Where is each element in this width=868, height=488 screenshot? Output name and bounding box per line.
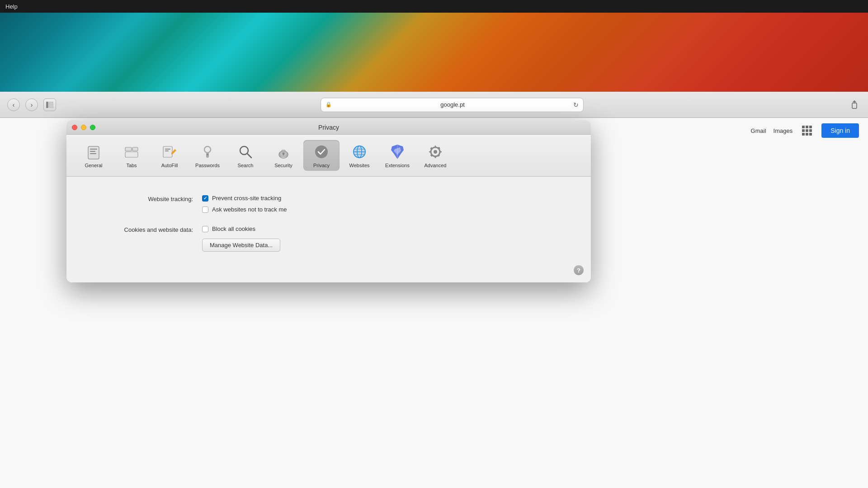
toolbar-extensions[interactable]: Extensions — [379, 140, 415, 171]
svg-rect-7 — [125, 147, 132, 151]
svg-rect-6 — [90, 153, 96, 154]
general-icon — [85, 143, 103, 161]
websites-label: Websites — [349, 163, 369, 168]
block-cookies-label: Block all cookies — [212, 225, 255, 232]
autofill-label: AutoFill — [161, 163, 178, 168]
general-label: General — [85, 163, 102, 168]
toolbar-search[interactable]: Search — [227, 140, 264, 171]
ask-not-track-checkbox[interactable] — [202, 206, 208, 213]
security-icon — [274, 143, 292, 161]
svg-point-32 — [434, 150, 437, 154]
svg-rect-0 — [46, 102, 48, 108]
svg-rect-35 — [429, 151, 431, 153]
browser-toolbar: ‹ › 🔒 google.pt ↻ — [0, 92, 868, 118]
address-bar[interactable]: 🔒 google.pt ↻ — [321, 98, 584, 112]
dialog-content: Website tracking: Prevent cross-site tra… — [66, 177, 591, 282]
manage-website-data-button[interactable]: Manage Website Data... — [202, 239, 280, 252]
search-label: Search — [238, 163, 254, 168]
privacy-dialog: Privacy General — [66, 120, 591, 282]
toolbar-websites[interactable]: Websites — [341, 140, 377, 171]
website-tracking-row: Website tracking: Prevent cross-site tra… — [94, 195, 564, 213]
desktop-wallpaper — [0, 13, 868, 92]
svg-rect-9 — [125, 152, 138, 157]
page-content: Gmail Images Sign in Google Priv — [0, 118, 868, 488]
svg-rect-4 — [90, 149, 97, 150]
svg-rect-34 — [435, 156, 436, 158]
tabs-label: Tabs — [126, 163, 137, 168]
forward-button[interactable]: › — [25, 99, 38, 111]
tabs-icon — [123, 143, 141, 161]
websites-icon — [350, 143, 368, 161]
block-cookies-option[interactable]: Block all cookies — [202, 225, 280, 232]
help-button[interactable]: ? — [574, 265, 584, 275]
svg-rect-11 — [165, 149, 170, 150]
extensions-label: Extensions — [385, 163, 410, 168]
svg-rect-1 — [49, 102, 53, 108]
dialog-overlay: Privacy General — [0, 118, 868, 488]
prevent-cross-site-checkbox[interactable] — [202, 195, 208, 202]
close-button[interactable] — [72, 125, 77, 130]
svg-rect-22 — [283, 154, 284, 155]
toolbar-autofill[interactable]: AutoFill — [151, 140, 188, 171]
reload-button[interactable]: ↻ — [573, 101, 579, 108]
minimize-button[interactable] — [81, 125, 86, 130]
ask-not-track-option[interactable]: Ask websites not to track me — [202, 206, 287, 213]
cookies-row: Cookies and website data: Block all cook… — [94, 225, 564, 252]
share-button[interactable] — [848, 99, 861, 111]
cookies-label: Cookies and website data: — [94, 225, 193, 233]
privacy-icon — [312, 143, 330, 161]
svg-rect-5 — [90, 151, 95, 152]
advanced-icon — [426, 143, 444, 161]
toolbar-tabs[interactable]: Tabs — [113, 140, 150, 171]
menu-help[interactable]: Help — [5, 3, 18, 10]
svg-rect-2 — [852, 103, 857, 108]
extensions-icon — [388, 143, 406, 161]
toolbar-passwords[interactable]: Passwords — [189, 140, 226, 171]
advanced-label: Advanced — [425, 163, 447, 168]
cookies-options: Block all cookies Manage Website Data... — [202, 225, 280, 252]
toolbar-privacy[interactable]: Privacy — [303, 140, 340, 171]
svg-rect-33 — [435, 145, 436, 148]
tracking-options: Prevent cross-site tracking Ask websites… — [202, 195, 287, 213]
toolbar-advanced[interactable]: Advanced — [417, 140, 453, 171]
autofill-icon — [160, 143, 179, 161]
dialog-title: Privacy — [318, 124, 339, 131]
url-text: google.pt — [335, 101, 571, 108]
sidebar-button[interactable] — [43, 99, 56, 111]
ask-not-track-label: Ask websites not to track me — [212, 206, 287, 213]
window-controls — [72, 125, 95, 130]
svg-rect-36 — [439, 151, 442, 153]
menu-bar: Help — [0, 0, 868, 13]
lock-icon: 🔒 — [326, 102, 332, 108]
privacy-label: Privacy — [313, 163, 330, 168]
search-icon — [236, 143, 255, 161]
svg-point-23 — [315, 145, 328, 158]
prevent-cross-site-option[interactable]: Prevent cross-site tracking — [202, 195, 287, 202]
passwords-label: Passwords — [195, 163, 220, 168]
svg-line-17 — [247, 154, 251, 158]
prevent-cross-site-label: Prevent cross-site tracking — [212, 195, 281, 202]
passwords-icon — [198, 143, 217, 161]
svg-rect-8 — [132, 147, 138, 151]
svg-rect-10 — [163, 146, 172, 157]
back-button[interactable]: ‹ — [7, 99, 20, 111]
security-label: Security — [274, 163, 292, 168]
toolbar-security[interactable]: Security — [265, 140, 302, 171]
svg-rect-12 — [165, 150, 169, 151]
maximize-button[interactable] — [90, 125, 95, 130]
svg-rect-3 — [88, 146, 99, 159]
website-tracking-label: Website tracking: — [94, 195, 193, 202]
svg-point-15 — [207, 154, 208, 155]
svg-point-13 — [204, 146, 211, 153]
dialog-toolbar: General Tabs — [66, 135, 591, 177]
block-cookies-checkbox[interactable] — [202, 226, 208, 232]
dialog-titlebar: Privacy — [66, 120, 591, 135]
toolbar-general[interactable]: General — [75, 140, 112, 171]
